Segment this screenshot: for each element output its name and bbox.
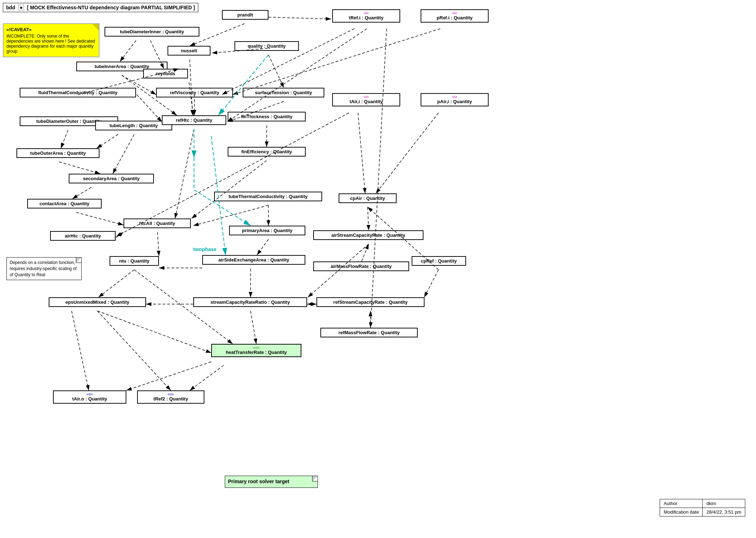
- node-tubeLength[interactable]: tubeLength : Quantity: [95, 121, 172, 130]
- node-tAir-i[interactable]: «i» tAir,i : Quantity: [332, 93, 400, 106]
- node-primaryArea[interactable]: primaryArea : Quantity: [229, 226, 305, 235]
- svg-line-33: [233, 29, 440, 95]
- caveat-box: «!CAVEAT» INCOMPLETE: Only some of the d…: [3, 23, 100, 57]
- node-airStreamCapacityRate[interactable]: airStreamCapacityRate : Quantity: [313, 230, 423, 240]
- node-contactArea[interactable]: contactArea : Quantity: [27, 199, 102, 208]
- node-nusselt[interactable]: nusselt: [168, 46, 210, 56]
- node-finThickness[interactable]: finThickness : Quantity: [228, 112, 306, 121]
- note-solver: Primary root solver target: [225, 476, 318, 488]
- svg-line-4: [120, 40, 136, 62]
- node-tubeOuterArea[interactable]: tubeOuterArea : Quantity: [16, 148, 100, 158]
- diagram-title: [ MOCK Effectivness-NTU dependency diagr…: [27, 5, 195, 10]
- node-tubeDiameterInner[interactable]: tubeDiameterInner : Quantity: [105, 27, 199, 37]
- modification-value: 28/4/22, 3:51 pm: [703, 508, 745, 517]
- node-fluidThermalConductivity[interactable]: fluidThermalConductivity : Quantity: [20, 88, 136, 97]
- svg-line-60: [113, 134, 134, 174]
- node-refStreamCapacityRate[interactable]: refStreamCapacityRate : Quantity: [316, 297, 425, 307]
- title-bar: bdd ■ [ MOCK Effectivness-NTU dependency…: [3, 3, 198, 12]
- svg-line-11: [97, 134, 118, 148]
- caveat-text: INCOMPLETE: Only some of the dependencie…: [6, 34, 96, 54]
- svg-line-20: [158, 232, 159, 256]
- svg-line-8: [137, 95, 162, 122]
- node-secondaryArea[interactable]: secondaryArea : Quantity: [69, 174, 154, 183]
- node-refMassFlowRate[interactable]: refMassFlowRate : Quantity: [320, 328, 418, 337]
- svg-line-26: [424, 270, 438, 297]
- node-airHtc[interactable]: airHtc : Quantity: [50, 231, 116, 241]
- node-tubeThermalConductivity[interactable]: tubeThermalConductivity : Quantity: [214, 192, 322, 201]
- svg-line-12: [59, 162, 100, 174]
- svg-line-21: [257, 239, 268, 255]
- svg-line-50: [218, 55, 268, 115]
- node-reynolds[interactable]: reynolds: [143, 69, 188, 78]
- node-pRef-i[interactable]: «i» pRef.i : Quantity: [421, 9, 489, 23]
- note-correlation: Depends on a correlation function, requi…: [6, 257, 82, 280]
- node-tRef2[interactable]: «o» tRef2 : Quantity: [137, 390, 204, 404]
- modification-row: Modification date 28/4/22, 3:51 pm: [660, 508, 745, 517]
- node-tRef-i[interactable]: «i» tRef.i : Quantity: [332, 9, 400, 23]
- svg-line-40: [97, 311, 211, 353]
- svg-line-44: [72, 311, 89, 390]
- node-ntu[interactable]: ntu : Quantity: [110, 256, 159, 266]
- node-cpAir[interactable]: cpAir : Quantity: [339, 193, 397, 203]
- bdd-icon: ■: [18, 5, 24, 10]
- node-epsUnmixedMixed[interactable]: epsUnmixedMixed : Quantity: [49, 297, 146, 307]
- svg-line-36: [358, 113, 365, 193]
- label-twophase: twophase: [193, 246, 217, 252]
- svg-line-18: [193, 205, 268, 226]
- svg-line-38: [268, 55, 284, 88]
- author-row: Author dkim: [660, 499, 745, 508]
- svg-line-29: [98, 270, 134, 297]
- node-streamCapacityRateRatio[interactable]: streamCapacityRateRatio : Quantity: [193, 297, 307, 307]
- node-htcAll[interactable]: htcAll : Quantity: [123, 218, 191, 228]
- modification-label: Modification date: [660, 508, 703, 517]
- svg-line-25: [368, 207, 369, 230]
- svg-line-14: [76, 212, 123, 225]
- svg-line-43: [190, 365, 224, 390]
- svg-line-16: [192, 160, 267, 218]
- svg-line-32: [222, 29, 354, 95]
- node-prandlt[interactable]: prandlt: [222, 10, 268, 20]
- node-heatTransferRate[interactable]: «o» heatTransferRate : Quantity: [211, 344, 301, 357]
- node-refHtc[interactable]: refHtc : Quantity: [162, 115, 226, 125]
- author-table: Author dkim Modification date 28/4/22, 3…: [660, 499, 745, 517]
- node-finEfficiency[interactable]: finEfficiency : Quantity: [228, 147, 306, 157]
- bdd-label: bdd: [6, 5, 15, 10]
- svg-line-7: [190, 59, 193, 115]
- node-quality[interactable]: quality : Quantity: [234, 41, 299, 51]
- svg-line-15: [175, 129, 194, 218]
- node-refViscosity[interactable]: refViscosity : Quantity: [156, 88, 233, 97]
- svg-line-2: [268, 17, 331, 19]
- svg-line-13: [72, 187, 91, 199]
- author-value: dkim: [703, 499, 745, 508]
- node-cpRef[interactable]: cpRef : Quantity: [412, 256, 466, 266]
- node-pAir-i[interactable]: «i» pAir,i : Quantity: [421, 93, 489, 106]
- author-label: Author: [660, 499, 703, 508]
- node-surfaceTension[interactable]: surfaceTension : Quantity: [243, 88, 324, 97]
- svg-line-35: [376, 113, 438, 193]
- svg-line-55: [370, 29, 387, 328]
- caveat-title: «!CAVEAT»: [6, 27, 96, 32]
- svg-line-10: [61, 130, 68, 148]
- node-tAir-o[interactable]: «o» tAir.o : Quantity: [53, 390, 126, 404]
- svg-line-24: [362, 244, 369, 261]
- svg-line-39: [251, 311, 256, 344]
- diagram-container: bdd ■ [ MOCK Effectivness-NTU dependency…: [0, 0, 756, 538]
- svg-line-42: [126, 362, 211, 390]
- node-airSideExchangeArea[interactable]: airSideExchangeArea : Quantity: [202, 255, 305, 265]
- svg-line-6: [189, 82, 193, 115]
- svg-line-19: [116, 232, 123, 238]
- svg-line-45: [97, 311, 171, 390]
- node-airMassFlowRate[interactable]: airMassFlowRate : Quantity: [313, 261, 409, 271]
